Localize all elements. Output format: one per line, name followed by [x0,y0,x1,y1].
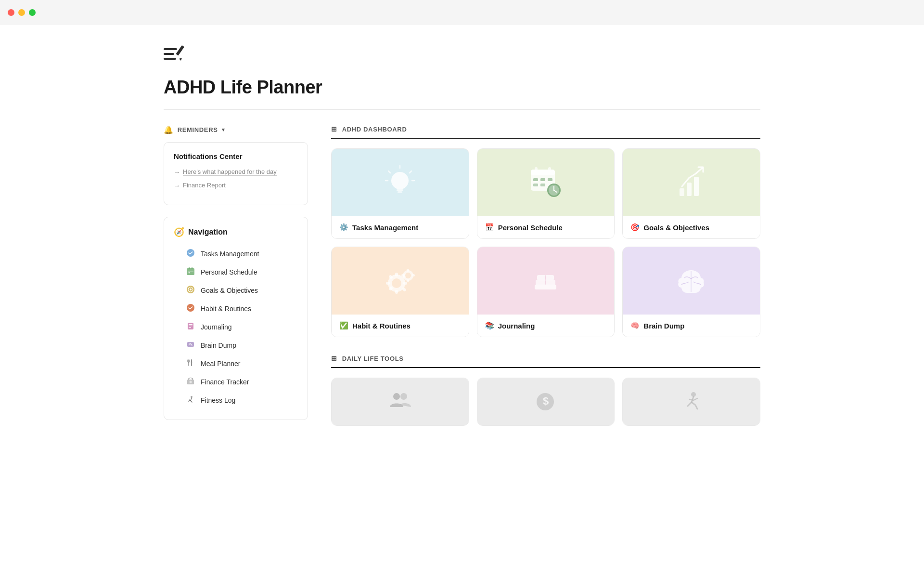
sidebar-item-label-finance: Finance Tracker [201,378,249,386]
compass-icon: 🧭 [174,227,184,237]
reminders-label: REMINDERS [178,126,218,133]
meal-nav-icon [185,358,196,369]
notif-link-1[interactable]: → Here's what happened for the day [174,168,298,176]
arrow-icon-1: → [174,169,180,176]
sidebar-item-journaling[interactable]: Journaling [174,318,298,336]
schedule-nav-icon [185,267,196,277]
card-journaling[interactable]: 📚 Journaling [477,247,615,337]
svg-rect-45 [687,183,692,196]
svg-rect-51 [386,282,390,285]
dashboard-grid: ⚙️ Tasks Management [331,148,760,337]
braindump-nav-icon [185,340,196,351]
card-text-goals: Goals & Objectives [643,223,709,232]
sidebar: 🔔 REMINDERS ▾ Notifications Center → Her… [164,125,308,426]
sidebar-item-fitness[interactable]: Fitness Log [174,392,298,409]
svg-rect-0 [164,48,177,50]
svg-rect-39 [540,184,545,186]
svg-rect-25 [398,191,402,193]
card-icon-tasks: ⚙️ [339,223,348,232]
nav-title-row: 🧭 Navigation [174,227,298,237]
svg-point-13 [190,289,192,290]
card-label-habit: ✅ Habit & Routines [332,315,469,337]
svg-rect-34 [548,167,551,172]
svg-rect-38 [533,184,538,186]
notifications-title: Notifications Center [174,152,298,160]
tools-label: DAILY LIFE TOOLS [342,355,404,362]
card-text-tasks: Tasks Management [352,223,418,232]
svg-rect-37 [548,178,552,181]
journaling-nav-icon [185,322,196,332]
tool-card-3[interactable] [622,378,760,426]
card-goals[interactable]: 🎯 Goals & Objectives [622,148,760,239]
svg-rect-44 [680,188,684,196]
card-text-journaling: Journaling [498,322,535,330]
svg-rect-18 [189,327,191,328]
sidebar-item-label-braindump: Brain Dump [201,342,236,349]
maximize-button[interactable] [29,9,36,16]
card-label-tasks: ⚙️ Tasks Management [332,216,469,238]
svg-rect-60 [407,279,409,282]
sidebar-item-tasks[interactable]: Tasks Management [174,245,298,263]
close-button[interactable] [8,9,14,16]
nav-title: Navigation [188,228,228,236]
sidebar-item-goals[interactable]: Goals & Objectives [174,282,298,299]
chevron-down-icon: ▾ [222,127,225,133]
sidebar-item-meal[interactable]: Meal Planner [174,355,298,372]
sidebar-item-label-fitness: Fitness Log [201,396,235,404]
card-icon-goals: 🎯 [630,223,640,232]
card-text-habit: Habit & Routines [352,322,411,330]
svg-rect-17 [189,326,192,326]
svg-rect-61 [401,274,404,276]
tools-section-header: ⊞ DAILY LIFE TOOLS [331,355,760,368]
minimize-button[interactable] [18,9,25,16]
svg-text:$: $ [543,395,549,407]
sidebar-item-finance[interactable]: Finance Tracker [174,373,298,391]
sidebar-item-braindump[interactable]: Brain Dump [174,337,298,354]
habit-nav-icon [185,303,196,314]
card-image-braindump [623,247,760,315]
dashboard-section-header: ⊞ ADHD DASHBOARD [331,125,760,139]
sidebar-item-habit[interactable]: Habit & Routines [174,300,298,317]
card-schedule[interactable]: 📅 Personal Schedule [477,148,615,239]
svg-rect-35 [533,178,538,181]
card-icon-schedule: 📅 [485,223,494,232]
card-image-journaling [477,247,615,315]
header-section: ADHD Life Planner [164,25,760,110]
header-icon [164,44,760,71]
svg-rect-62 [412,274,415,276]
svg-point-67 [393,393,400,400]
tool-card-1[interactable] [331,378,469,426]
svg-rect-33 [535,167,538,172]
grid-icon-dashboard: ⊞ [331,125,337,133]
tasks-nav-icon [185,249,196,259]
notif-link-2[interactable]: → Finance Report [174,182,298,189]
tools-grid: $ [331,378,760,426]
svg-rect-24 [397,189,403,191]
goals-nav-icon [185,285,196,296]
card-text-braindump: Brain Dump [643,322,684,330]
main-content: ⊞ ADHD DASHBOARD [331,125,760,426]
notifications-card: Notifications Center → Here's what happe… [164,142,308,205]
tool-card-image-2: $ [477,378,615,425]
main-layout: 🔔 REMINDERS ▾ Notifications Center → Her… [164,125,760,426]
reminders-header[interactable]: 🔔 REMINDERS ▾ [164,125,308,134]
notif-link-text-1[interactable]: Here's what happened for the day [183,168,277,176]
card-image-tasks [332,149,469,216]
sidebar-item-label-goals: Goals & Objectives [201,287,258,294]
tool-card-2[interactable]: $ [477,378,615,426]
card-label-braindump: 🧠 Brain Dump [623,315,760,337]
svg-point-10 [189,272,190,274]
svg-point-21 [190,381,192,383]
card-braindump[interactable]: 🧠 Brain Dump [622,247,760,337]
card-tasks[interactable]: ⚙️ Tasks Management [331,148,469,239]
card-text-schedule: Personal Schedule [498,223,563,232]
sidebar-item-label-meal: Meal Planner [201,360,241,368]
svg-line-27 [410,171,411,173]
sidebar-item-schedule[interactable]: Personal Schedule [174,263,298,281]
svg-point-14 [187,304,194,312]
svg-rect-46 [694,177,699,196]
card-habit[interactable]: ✅ Habit & Routines [331,247,469,337]
svg-rect-63 [535,285,556,289]
notif-link-text-2[interactable]: Finance Report [183,182,226,189]
tool-card-image-1 [332,378,469,425]
